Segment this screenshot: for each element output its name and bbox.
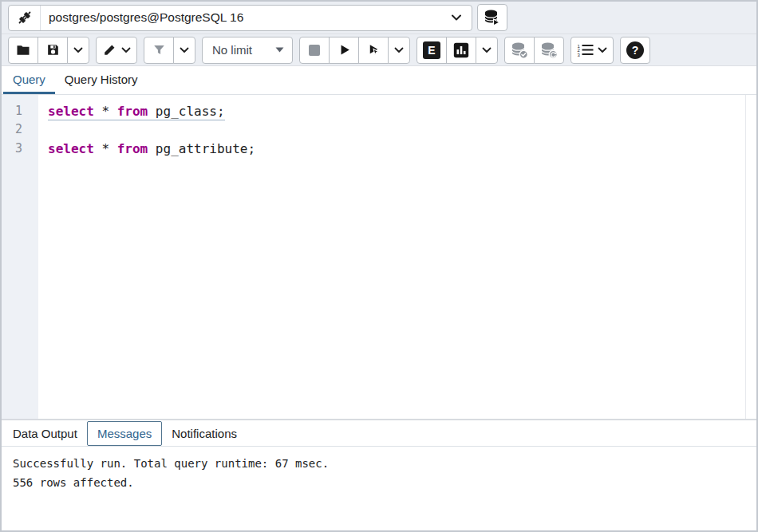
stop-icon <box>309 45 320 56</box>
code-line <box>48 120 756 139</box>
connection-value: postgres/postgres@PostgreSQL 16 <box>41 10 451 25</box>
filter-icon <box>152 42 167 57</box>
code-token: select <box>48 104 94 119</box>
chevron-down-icon <box>451 14 462 22</box>
row-limit-select[interactable]: No limit <box>202 37 293 64</box>
open-file-button[interactable] <box>8 37 38 64</box>
explain-e-icon: E <box>423 41 440 59</box>
row-limit-value: No limit <box>212 43 252 57</box>
pencil-icon <box>102 42 117 57</box>
code-token: * <box>94 104 117 119</box>
save-icon <box>45 42 61 57</box>
code-token: * <box>94 141 117 156</box>
play-icon <box>337 42 352 57</box>
line-number: 1 <box>2 102 22 120</box>
database-commit-icon <box>511 41 528 59</box>
filter-menu-button[interactable] <box>173 37 195 64</box>
folder-icon <box>15 42 31 58</box>
chevron-down-icon <box>394 47 404 53</box>
code-token: from <box>117 141 148 156</box>
query-tool-window: postgres/postgres@PostgreSQL 16 <box>0 0 758 532</box>
numbered-list-icon: 1 2 3 <box>577 43 594 57</box>
toolbar: No limit <box>2 34 756 66</box>
new-connection-button[interactable] <box>477 4 507 31</box>
execute-button-group <box>299 37 410 64</box>
query-tabs: Query Query History <box>2 66 756 95</box>
line-number: 3 <box>2 140 22 158</box>
help-button[interactable]: ? <box>620 37 650 64</box>
messages-panel: Successfully run. Total query runtime: 6… <box>2 447 756 530</box>
chevron-down-icon <box>482 47 492 53</box>
file-button-group <box>8 37 89 64</box>
chevron-down-icon <box>73 47 83 53</box>
bar-chart-icon <box>452 41 470 59</box>
edit-menu-button[interactable] <box>96 37 137 64</box>
tab-data-output[interactable]: Data Output <box>3 420 87 446</box>
executed-query-underline: select * from pg_class; <box>48 104 225 120</box>
tab-notifications[interactable]: Notifications <box>162 420 247 446</box>
explain-button[interactable]: E <box>417 37 447 64</box>
database-new-icon <box>484 9 501 26</box>
code-area[interactable]: select * from pg_class; select * from pg… <box>38 95 756 419</box>
execute-button[interactable] <box>329 37 359 64</box>
filter-button[interactable] <box>144 37 174 64</box>
code-token: select <box>48 141 94 156</box>
save-menu-button[interactable] <box>67 37 89 64</box>
filter-button-group <box>144 37 195 64</box>
svg-text:3: 3 <box>578 53 581 57</box>
play-cursor-icon <box>366 42 381 57</box>
question-icon: ? <box>626 41 644 59</box>
code-token: from <box>117 104 148 119</box>
chevron-down-icon <box>121 47 131 53</box>
line-number-gutter: 1 2 3 <box>2 95 38 419</box>
tab-query[interactable]: Query <box>3 66 55 94</box>
output-tabs: Data Output Messages Notifications <box>2 420 756 447</box>
explain-button-group: E <box>417 37 498 64</box>
macros-menu-button[interactable]: 1 2 3 <box>570 37 614 64</box>
explain-analyze-button[interactable] <box>446 37 476 64</box>
rollback-button[interactable] <box>534 37 564 64</box>
connection-selector[interactable]: postgres/postgres@PostgreSQL 16 <box>8 5 472 31</box>
transaction-button-group <box>504 37 564 64</box>
save-button[interactable] <box>38 37 68 64</box>
execute-script-button[interactable] <box>358 37 389 64</box>
code-token: pg_class; <box>148 104 224 119</box>
editor-scrollbar-track[interactable] <box>745 95 746 419</box>
macro-button-group: 1 2 3 <box>570 37 614 64</box>
execute-menu-button[interactable] <box>388 37 410 64</box>
message-line: 556 rows affected. <box>13 473 756 492</box>
code-line: select * from pg_attribute; <box>48 140 756 158</box>
tab-query-history[interactable]: Query History <box>55 66 148 94</box>
tab-messages[interactable]: Messages <box>87 421 162 446</box>
commit-button[interactable] <box>504 37 535 64</box>
explain-menu-button[interactable] <box>476 37 498 64</box>
code-token: pg_attribute; <box>148 141 255 156</box>
line-number: 2 <box>2 120 22 139</box>
message-line: Successfully run. Total query runtime: 6… <box>13 454 756 473</box>
database-rollback-icon <box>540 41 558 59</box>
edit-button-group <box>96 37 137 64</box>
caret-down-icon <box>275 47 284 53</box>
chevron-down-icon <box>180 47 189 53</box>
stop-button[interactable] <box>299 37 330 64</box>
sql-editor[interactable]: 1 2 3 select * from pg_class; select * f… <box>2 95 756 419</box>
connection-bar: postgres/postgres@PostgreSQL 16 <box>2 2 756 34</box>
plug-connected-icon <box>9 6 41 30</box>
chevron-down-icon <box>598 47 607 53</box>
code-line: select * from pg_class; <box>48 102 756 120</box>
